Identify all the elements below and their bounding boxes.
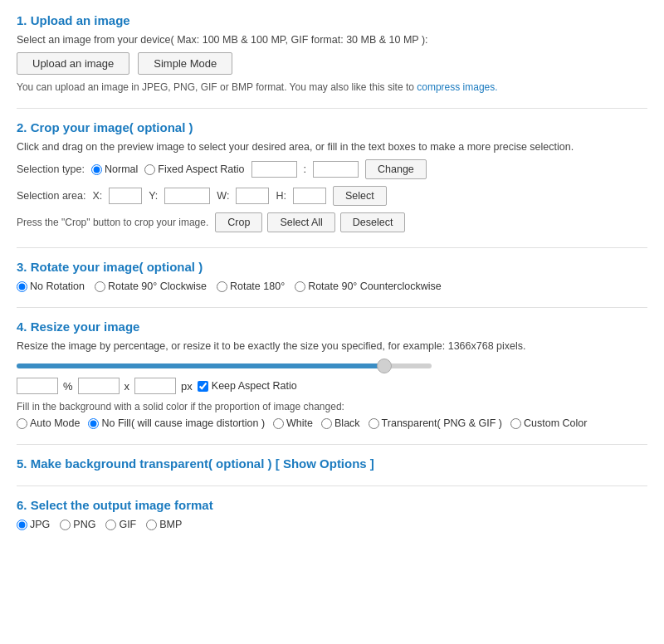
fill-custom-text: Custom Color <box>524 417 587 429</box>
rotate-none-label[interactable]: No Rotation <box>17 281 85 292</box>
resize-height-input[interactable]: 500 <box>134 378 176 394</box>
rotate-none-radio[interactable] <box>17 281 27 292</box>
change-button[interactable]: Change <box>365 159 427 179</box>
upload-note-text: You can upload an image in JPEG, PNG, GI… <box>17 81 417 93</box>
section1-desc: Select an image from your device( Max: 1… <box>17 34 647 46</box>
simple-mode-button[interactable]: Simple Mode <box>138 52 232 75</box>
select-button[interactable]: Select <box>333 186 387 206</box>
crop-btn-group: Crop Select All Deselect <box>215 212 405 232</box>
divider-4 <box>17 444 647 445</box>
section2-title: 2. Crop your image( optional ) <box>17 120 647 134</box>
section-crop: 2. Crop your image( optional ) Click and… <box>17 120 647 232</box>
radio-normal[interactable] <box>91 164 102 175</box>
fill-custom-label[interactable]: Custom Color <box>510 417 587 429</box>
radio-fixed[interactable] <box>144 164 155 175</box>
format-bmp-text: BMP <box>159 519 182 530</box>
radio-fixed-label[interactable]: Fixed Aspect Ratio <box>144 163 244 175</box>
aspect-height-input[interactable]: 768 <box>313 161 359 178</box>
rotate-90cw-radio[interactable] <box>95 281 105 292</box>
divider-1 <box>17 108 647 109</box>
fill-white-text: White <box>286 417 313 429</box>
fill-transparent-radio[interactable] <box>369 418 379 429</box>
selection-area-label: Selection area: <box>17 190 85 202</box>
rotate-180-text: Rotate 180° <box>230 281 285 292</box>
fill-white-label[interactable]: White <box>273 417 313 429</box>
x-symbol: x <box>124 380 130 393</box>
format-jpg-radio[interactable] <box>17 520 27 530</box>
section5-title: 5. Make background transparent( optional… <box>17 456 647 471</box>
radio-normal-label[interactable]: Normal <box>91 163 138 175</box>
fill-black-radio[interactable] <box>321 418 332 429</box>
crop-button[interactable]: Crop <box>215 212 262 232</box>
format-png-label[interactable]: PNG <box>60 519 95 530</box>
fill-no-label[interactable]: No Fill( will cause image distortion ) <box>88 417 265 429</box>
h-input[interactable]: 0 <box>293 188 326 204</box>
keep-aspect-label[interactable]: Keep Aspect Ratio <box>198 380 297 392</box>
compress-images-link[interactable]: compress images. <box>417 81 497 93</box>
fill-auto-text: Auto Mode <box>30 417 80 429</box>
percent-symbol: % <box>63 380 73 393</box>
section1-title: 1. Upload an image <box>17 13 647 27</box>
format-jpg-text: JPG <box>30 519 50 530</box>
output-format-row: JPG PNG GIF BMP <box>17 519 647 530</box>
select-all-button[interactable]: Select All <box>267 212 334 232</box>
fill-no-text: No Fill( will cause image distortion ) <box>101 417 265 429</box>
resize-slider[interactable] <box>17 363 432 368</box>
format-gif-radio[interactable] <box>105 520 116 530</box>
keep-aspect-checkbox[interactable] <box>198 381 208 392</box>
section-transparent: 5. Make background transparent( optional… <box>17 456 647 471</box>
w-label: W: <box>217 190 229 202</box>
fill-auto-radio[interactable] <box>17 418 27 429</box>
w-input[interactable]: 0 <box>236 188 269 204</box>
section-resize: 4. Resize your image Resize the image by… <box>17 320 647 429</box>
deselect-button[interactable]: Deselect <box>340 212 406 232</box>
crop-actions-row: Press the "Crop" button to crop your ima… <box>17 212 647 232</box>
format-png-radio[interactable] <box>60 520 71 530</box>
fill-black-text: Black <box>334 417 360 429</box>
rotate-180-label[interactable]: Rotate 180° <box>217 281 285 292</box>
x-input[interactable]: 0 <box>109 188 142 204</box>
selection-type-label: Selection type: <box>17 163 85 175</box>
px-symbol: px <box>181 380 193 393</box>
y-input[interactable]: 0 <box>164 188 210 204</box>
fill-transparent-text: Transparent( PNG & GIF ) <box>382 417 502 429</box>
section-output-format: 6. Select the output image format JPG PN… <box>17 498 647 530</box>
keep-aspect-text: Keep Aspect Ratio <box>212 380 297 392</box>
format-gif-label[interactable]: GIF <box>105 519 136 530</box>
resize-slider-container <box>17 359 432 371</box>
fill-custom-radio[interactable] <box>510 418 521 429</box>
selection-area-row: Selection area: X: 0 Y: 0 W: 0 H: 0 Sele… <box>17 186 647 206</box>
upload-image-button[interactable]: Upload an image <box>17 52 129 75</box>
section2-desc: Click and drag on the preview image to s… <box>17 141 647 153</box>
rotate-90cw-label[interactable]: Rotate 90° Clockwise <box>95 281 207 292</box>
upload-btn-group: Upload an image Simple Mode <box>17 52 647 75</box>
rotate-90ccw-text: Rotate 90° Counterclockwise <box>308 281 442 292</box>
rotate-90ccw-radio[interactable] <box>295 281 305 292</box>
resize-width-input[interactable]: 500 <box>78 378 120 394</box>
rotate-radio-group: No Rotation Rotate 90° Clockwise Rotate … <box>17 281 647 292</box>
fill-no-radio[interactable] <box>88 418 99 429</box>
resize-values-row: 100 % 500 x 500 px Keep Aspect Ratio <box>17 378 647 394</box>
format-bmp-label[interactable]: BMP <box>146 519 182 530</box>
selection-type-row: Selection type: Normal Fixed Aspect Rati… <box>17 159 647 179</box>
resize-percent-input[interactable]: 100 <box>17 378 58 394</box>
section6-title: 6. Select the output image format <box>17 498 647 512</box>
rotate-180-radio[interactable] <box>217 281 227 292</box>
section3-title: 3. Rotate your image( optional ) <box>17 260 647 274</box>
format-png-text: PNG <box>73 519 95 530</box>
rotate-none-text: No Rotation <box>30 281 85 292</box>
fill-black-label[interactable]: Black <box>321 417 360 429</box>
format-jpg-label[interactable]: JPG <box>17 519 50 530</box>
radio-normal-text: Normal <box>105 163 138 175</box>
format-bmp-radio[interactable] <box>146 520 157 530</box>
aspect-width-input[interactable]: 1366 <box>251 161 297 178</box>
fill-white-radio[interactable] <box>273 418 284 429</box>
aspect-colon: : <box>304 163 306 175</box>
show-options-link[interactable]: [ Show Options ] <box>276 456 374 471</box>
x-label: X: <box>92 190 102 202</box>
fill-transparent-label[interactable]: Transparent( PNG & GIF ) <box>369 417 502 429</box>
rotate-90ccw-label[interactable]: Rotate 90° Counterclockwise <box>295 281 442 292</box>
fill-desc: Fill in the background with a solid colo… <box>17 401 647 412</box>
fill-auto-label[interactable]: Auto Mode <box>17 417 80 429</box>
h-label: H: <box>276 190 286 202</box>
